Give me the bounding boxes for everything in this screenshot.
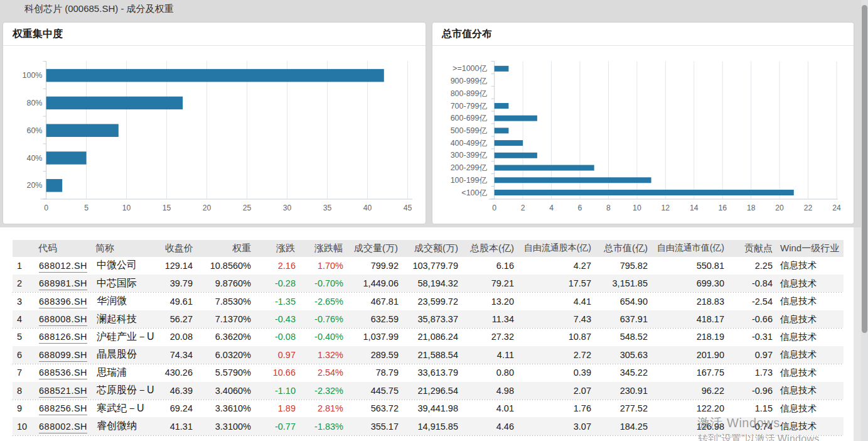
svg-text:10: 10 <box>633 204 641 212</box>
svg-text:60%: 60% <box>26 126 42 135</box>
svg-text:500-599亿: 500-599亿 <box>451 126 488 135</box>
svg-text:20: 20 <box>203 204 212 212</box>
svg-text:16: 16 <box>718 204 727 212</box>
svg-text:800-899亿: 800-899亿 <box>451 89 488 98</box>
svg-text:24: 24 <box>832 204 841 212</box>
svg-text:0: 0 <box>44 204 48 212</box>
svg-text:18: 18 <box>747 204 756 212</box>
svg-text:6: 6 <box>578 204 582 212</box>
svg-text:600-699亿: 600-699亿 <box>451 114 488 122</box>
svg-text:45: 45 <box>404 204 412 212</box>
svg-text:400-499亿: 400-499亿 <box>451 139 488 148</box>
svg-text:200-299亿: 200-299亿 <box>451 163 488 172</box>
svg-text:40%: 40% <box>26 154 42 163</box>
svg-text:0: 0 <box>492 204 496 212</box>
svg-text:15: 15 <box>163 204 171 212</box>
svg-text:300-399亿: 300-399亿 <box>451 151 488 160</box>
svg-text:40: 40 <box>363 204 372 212</box>
svg-text:5: 5 <box>84 204 88 212</box>
svg-text:100%: 100% <box>23 71 43 80</box>
svg-text:8: 8 <box>606 204 611 212</box>
svg-text:12: 12 <box>662 204 670 212</box>
svg-text:20%: 20% <box>26 181 42 190</box>
svg-text:<100亿: <100亿 <box>461 188 487 197</box>
svg-text:2: 2 <box>521 204 525 212</box>
svg-text:35: 35 <box>323 204 332 212</box>
svg-text:22: 22 <box>804 204 813 212</box>
svg-text:4: 4 <box>549 204 554 212</box>
svg-text:30: 30 <box>283 204 292 212</box>
svg-text:14: 14 <box>690 204 699 212</box>
svg-text:10: 10 <box>122 204 131 212</box>
svg-text:80%: 80% <box>26 99 42 107</box>
svg-text:700-799亿: 700-799亿 <box>451 102 488 111</box>
svg-text:25: 25 <box>243 204 252 212</box>
svg-text:900-999亿: 900-999亿 <box>451 77 488 85</box>
svg-text:>=1000亿: >=1000亿 <box>453 64 487 73</box>
svg-text:100-199亿: 100-199亿 <box>451 176 488 185</box>
svg-text:20: 20 <box>775 204 784 212</box>
